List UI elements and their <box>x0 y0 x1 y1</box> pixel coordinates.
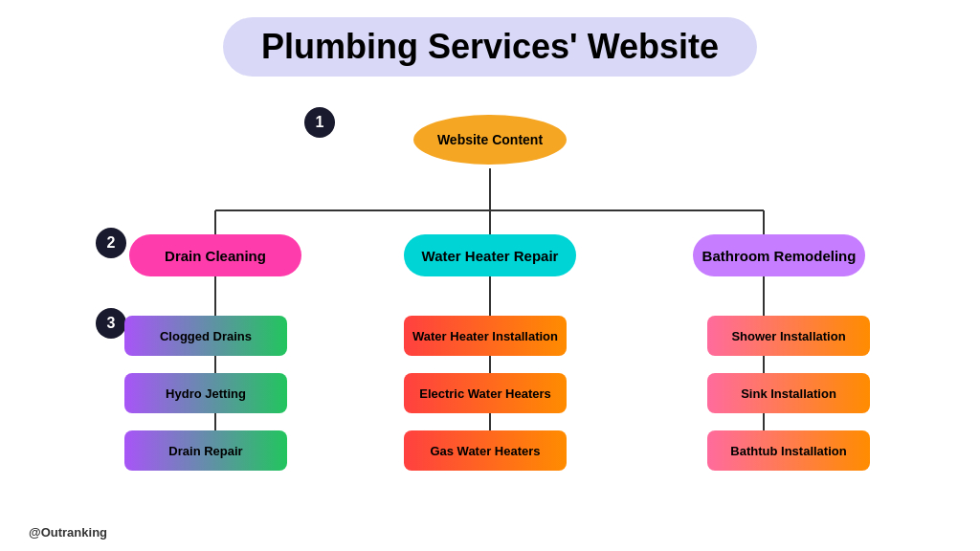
node-electric-heaters: Electric Water Heaters <box>404 373 567 413</box>
node-gas-heaters: Gas Water Heaters <box>404 430 567 471</box>
page-title: Plumbing Services' Website <box>261 27 719 66</box>
badge-1: 1 <box>304 107 335 138</box>
footer-credit: @Outranking <box>29 525 107 540</box>
node-root: Website Content <box>413 115 567 165</box>
node-clogged-drains: Clogged Drains <box>124 316 287 356</box>
node-bathtub-install: Bathtub Installation <box>707 430 870 471</box>
node-drain-repair: Drain Repair <box>124 430 287 471</box>
node-drain-cleaning: Drain Cleaning <box>129 234 301 276</box>
node-hydro-jetting: Hydro Jetting <box>124 373 287 413</box>
title-pill: Plumbing Services' Website <box>223 17 757 77</box>
node-bathroom: Bathroom Remodeling <box>693 234 865 276</box>
diagram: 1 Website Content 2 Drain Cleaning Water… <box>0 86 980 551</box>
node-sink-install: Sink Installation <box>707 373 870 413</box>
badge-3: 3 <box>96 308 126 339</box>
node-wh-install: Water Heater Installation <box>404 316 567 356</box>
badge-2: 2 <box>96 228 126 258</box>
node-water-heater: Water Heater Repair <box>404 234 576 276</box>
page: Plumbing Services' Website <box>0 0 980 551</box>
node-shower-install: Shower Installation <box>707 316 870 356</box>
